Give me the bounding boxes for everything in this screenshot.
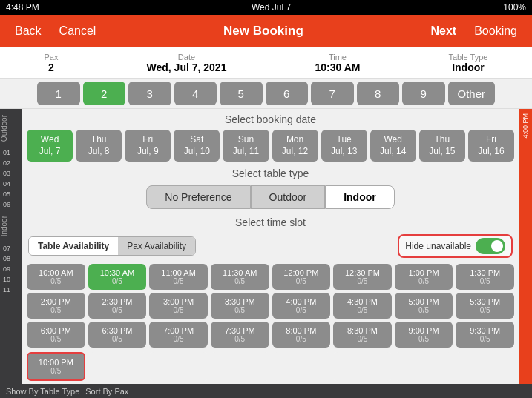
back-button[interactable]: Back <box>9 21 47 41</box>
nav-title: New Booking <box>223 24 303 39</box>
date-button-0[interactable]: WedJul, 7 <box>27 130 73 162</box>
pax-selector: 123456789Other <box>0 79 532 109</box>
pax-button-8[interactable]: 8 <box>357 82 400 105</box>
date-button-2[interactable]: FriJul, 9 <box>125 130 171 162</box>
time-slot-7-30-pm[interactable]: 7:30 PM0/5 <box>211 322 269 348</box>
time-slot-4-30-pm[interactable]: 4:30 PM0/5 <box>333 293 392 319</box>
date-button-9[interactable]: FriJul, 16 <box>468 130 514 162</box>
table-type-button-no-preference[interactable]: No Preference <box>146 185 250 209</box>
pax-button-4[interactable]: 4 <box>174 82 217 105</box>
empty-slot-3 <box>272 352 331 381</box>
pax-col: Pax 2 <box>45 53 59 73</box>
time-slot-last-row: 10:00 PM0/5 <box>22 351 519 384</box>
left-sidebar: Outdoor 01 02 03 04 05 06 Indoor 07 08 0… <box>0 109 22 384</box>
time-slot-5-30-pm[interactable]: 5:30 PM0/5 <box>456 293 514 319</box>
right-time: 4:00 PM <box>522 113 529 139</box>
row-05: 05 <box>0 189 22 199</box>
pax-button-other[interactable]: Other <box>448 82 495 105</box>
time-slot-3-00-pm[interactable]: 3:00 PM0/5 <box>149 293 208 319</box>
time-slot-9-00-pm[interactable]: 9:00 PM0/5 <box>395 322 453 348</box>
time-slot-11-30-am[interactable]: 11:30 AM0/5 <box>211 264 269 290</box>
row-07: 07 <box>0 243 22 253</box>
table-type-button-indoor[interactable]: Indoor <box>325 185 395 209</box>
time-slot-3-30-pm[interactable]: 3:30 PM0/5 <box>211 293 269 319</box>
date-button-8[interactable]: ThuJul, 15 <box>419 130 465 162</box>
date-button-7[interactable]: WedJul, 14 <box>370 130 416 162</box>
pax-button-7[interactable]: 7 <box>311 82 354 105</box>
date-button-3[interactable]: SatJul, 10 <box>174 130 220 162</box>
row-11: 11 <box>0 285 22 295</box>
time-slot-1-00-pm[interactable]: 1:00 PM0/5 <box>395 264 453 290</box>
status-time: 4:48 PM <box>6 2 39 13</box>
sort-by-label: Sort By Pax <box>85 387 128 396</box>
row-02: 02 <box>0 158 22 168</box>
status-bar: 4:48 PM Wed Jul 7 100% <box>0 0 532 15</box>
time-slot-9-30-pm[interactable]: 9:30 PM0/5 <box>456 322 514 348</box>
time-slot-4-00-pm[interactable]: 4:00 PM0/5 <box>272 293 331 319</box>
table-type-button-outdoor[interactable]: Outdoor <box>251 185 326 209</box>
time-slot-2-00-pm[interactable]: 2:00 PM0/5 <box>27 293 85 319</box>
time-slot-8-00-pm[interactable]: 8:00 PM0/5 <box>272 322 331 348</box>
pax-button-5[interactable]: 5 <box>220 82 263 105</box>
date-button-1[interactable]: ThuJul, 8 <box>76 130 122 162</box>
row-04: 04 <box>0 179 22 189</box>
date-label: Date <box>147 53 227 62</box>
hide-unavailable-toggle[interactable] <box>476 238 505 254</box>
row-03: 03 <box>0 168 22 179</box>
status-battery: 100% <box>503 2 526 13</box>
time-slot-section-header: Select time slot <box>22 212 519 231</box>
time-slot-6-00-pm[interactable]: 6:00 PM0/5 <box>27 322 85 348</box>
tab-group: Table AvailabilityPax Availability <box>28 236 196 256</box>
next-button[interactable]: Next <box>424 21 462 41</box>
sub-header: Pax 2 Date Wed, Jul 7, 2021 Time 10:30 A… <box>0 47 532 79</box>
time-slot-10-00-am[interactable]: 10:00 AM0/5 <box>27 264 85 290</box>
tab-button-1[interactable]: Pax Availability <box>118 237 195 255</box>
time-slot-1-30-pm[interactable]: 1:30 PM0/5 <box>456 264 514 290</box>
content-panel: Select booking date WedJul, 7ThuJul, 8Fr… <box>22 109 519 384</box>
hide-unavailable-label: Hide unavailable <box>405 241 471 251</box>
status-date: Wed Jul 7 <box>252 2 291 13</box>
pax-button-6[interactable]: 6 <box>266 82 309 105</box>
time-label: Time <box>315 53 360 62</box>
right-sidebar: 4:00 PM <box>519 109 532 384</box>
time-grid: 10:00 AM0/510:30 AM0/511:00 AM0/511:30 A… <box>22 261 519 351</box>
time-slot-6-30-pm[interactable]: 6:30 PM0/5 <box>88 322 147 348</box>
date-button-4[interactable]: SunJul, 11 <box>223 130 269 162</box>
hide-unavailable-control[interactable]: Hide unavailable <box>398 234 513 258</box>
pax-button-3[interactable]: 3 <box>128 82 171 105</box>
outdoor-label: Outdoor <box>0 109 22 147</box>
row-09: 09 <box>0 264 22 274</box>
time-col: Time 10:30 AM <box>315 53 360 73</box>
time-slot-12-30-pm[interactable]: 12:30 PM0/5 <box>333 264 392 290</box>
pax-label: Pax <box>45 53 59 62</box>
row-08: 08 <box>0 253 22 264</box>
time-slot-last[interactable]: 10:00 PM0/5 <box>27 352 85 381</box>
time-slot-5-00-pm[interactable]: 5:00 PM0/5 <box>395 293 453 319</box>
row-06: 06 <box>0 199 22 210</box>
table-type-section-header: Select table type <box>22 163 519 182</box>
time-slot-8-30-pm[interactable]: 8:30 PM0/5 <box>333 322 392 348</box>
row-10: 10 <box>0 274 22 285</box>
booking-button[interactable]: Booking <box>468 21 523 41</box>
empty-slot-2 <box>211 352 269 381</box>
time-slot-2-30-pm[interactable]: 2:30 PM0/5 <box>88 293 147 319</box>
pax-value: 2 <box>45 62 59 73</box>
show-by-label: Show By Table Type <box>6 387 79 396</box>
time-slot-12-00-pm[interactable]: 12:00 PM0/5 <box>272 264 331 290</box>
indoor-label: Indoor <box>0 210 22 242</box>
table-type-value: Indoor <box>448 62 487 73</box>
table-type-label: Table Type <box>448 53 487 62</box>
time-slot-11-00-am[interactable]: 11:00 AM0/5 <box>149 264 208 290</box>
pax-button-1[interactable]: 1 <box>37 82 80 105</box>
pax-button-2[interactable]: 2 <box>83 82 126 105</box>
cancel-button[interactable]: Cancel <box>53 21 102 41</box>
time-slot-7-00-pm[interactable]: 7:00 PM0/5 <box>149 322 208 348</box>
date-button-5[interactable]: MonJul, 12 <box>272 130 318 162</box>
tab-button-0[interactable]: Table Availability <box>29 237 118 255</box>
date-value: Wed, Jul 7, 2021 <box>147 62 227 73</box>
pax-button-9[interactable]: 9 <box>402 82 445 105</box>
date-button-6[interactable]: TueJul, 13 <box>321 130 367 162</box>
time-slot-10-30-am[interactable]: 10:30 AM0/5 <box>88 264 147 290</box>
nav-bar: Back Cancel New Booking Next Booking <box>0 15 532 47</box>
time-slot-controls: Table AvailabilityPax Availability Hide … <box>22 231 519 261</box>
